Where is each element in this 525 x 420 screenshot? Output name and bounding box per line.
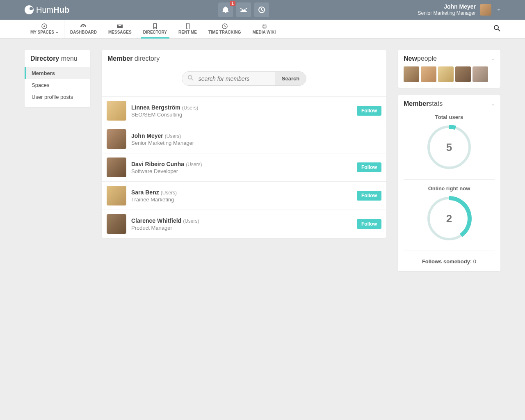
nav-time-tracking[interactable]: TIME TRACKING	[203, 20, 247, 39]
member-name[interactable]: Davi Ribeiro Cunha	[131, 161, 184, 167]
member-list: Linnea Bergström(Users) SEO/SEM Consulti…	[102, 96, 386, 238]
member-info: Clarence Whitfield(Users) Product Manage…	[131, 217, 357, 231]
user-menu[interactable]: John Meyer Senior Marketing Manager	[418, 3, 500, 16]
follow-button[interactable]: Follow	[357, 191, 381, 201]
messages-button[interactable]	[236, 2, 251, 17]
widget-title: New people ⌄	[398, 50, 500, 66]
side-menu: Members Spaces User profile posts	[25, 67, 90, 107]
online-now-chart: 2	[426, 196, 472, 242]
nav-rent-me[interactable]: RENT ME	[173, 20, 203, 39]
svg-line-6	[498, 29, 500, 31]
widget-title-b: people	[417, 55, 437, 62]
nav-label-dashboard: DASHBOARD	[70, 30, 97, 34]
svg-point-3	[187, 28, 188, 29]
sidebar-title-b: menu	[59, 55, 77, 62]
search-icon	[182, 75, 197, 82]
member-avatar[interactable]	[107, 158, 126, 177]
nav-dashboard[interactable]: DASHBOARD	[64, 20, 103, 39]
target-icon	[41, 23, 47, 29]
svg-point-5	[494, 25, 498, 30]
divider	[404, 251, 495, 251]
member-row: John Meyer(Users) Senior Marketing Manag…	[102, 125, 386, 153]
search-input[interactable]	[197, 72, 275, 85]
envelope-icon	[240, 7, 247, 13]
member-name[interactable]: Clarence Whitfield	[131, 217, 181, 224]
member-group: (Users)	[183, 218, 199, 224]
user-text: John Meyer Senior Marketing Manager	[418, 3, 476, 16]
main-title-a: Member	[107, 55, 132, 62]
member-title: Product Manager	[131, 225, 357, 231]
total-users-chart: 5	[426, 124, 472, 170]
caret-down-icon	[56, 32, 58, 33]
svg-line-8	[192, 79, 193, 80]
logo[interactable]: HumHub	[25, 5, 69, 15]
member-group: (Users)	[161, 190, 177, 196]
member-avatar[interactable]	[107, 129, 126, 149]
nav-label-spaces: MY SPACES	[30, 30, 54, 34]
member-group: (Users)	[165, 133, 181, 139]
search-submit-button[interactable]: Search	[275, 72, 306, 85]
nav-my-spaces[interactable]: MY SPACES	[25, 20, 64, 39]
search-button[interactable]	[494, 25, 500, 33]
member-name[interactable]: John Meyer	[131, 132, 163, 139]
caret-down-icon	[497, 9, 500, 11]
chevron-down-icon[interactable]: ⌄	[491, 101, 495, 107]
logo-text-b: Hub	[53, 5, 69, 15]
follow-button[interactable]: Follow	[357, 106, 381, 116]
sidebar: Directory menu Members Spaces User profi…	[25, 50, 90, 107]
navbar: MY SPACES DASHBOARD MESSAGES DIRECTORY R…	[0, 20, 525, 39]
right-column: New people ⌄ Member stats ⌄ Total users	[398, 50, 500, 271]
nav-directory[interactable]: DIRECTORY	[137, 20, 173, 39]
book-icon	[152, 23, 158, 29]
notifications-button[interactable]: 1	[218, 2, 233, 17]
nav-label-messages: MESSAGES	[108, 30, 132, 34]
logo-text-a: Hum	[36, 5, 53, 15]
widget-title: Member stats ⌄	[398, 95, 500, 112]
sidebar-item-spaces[interactable]: Spaces	[25, 79, 90, 91]
mobile-icon	[185, 23, 191, 29]
person-avatar[interactable]	[421, 66, 436, 82]
bell-icon	[222, 7, 229, 13]
main-panel: Member directory Search Linnea Bergström…	[102, 50, 386, 238]
person-avatar[interactable]	[438, 66, 454, 82]
nav-label-time: TIME TRACKING	[208, 30, 241, 34]
member-row: Linnea Bergström(Users) SEO/SEM Consulti…	[102, 97, 386, 125]
follows-value: 0	[472, 258, 476, 265]
stat-value-online: 2	[426, 196, 472, 242]
history-button[interactable]	[254, 2, 269, 17]
member-avatar[interactable]	[107, 186, 126, 205]
widget-title-b: stats	[429, 100, 443, 107]
member-avatar[interactable]	[107, 214, 126, 234]
stat-label-total: Total users	[404, 114, 495, 120]
chevron-down-icon[interactable]: ⌄	[491, 56, 495, 62]
member-title: Senior Marketing Manager	[131, 140, 381, 146]
follow-button[interactable]: Follow	[357, 219, 381, 229]
nav-messages[interactable]: MESSAGES	[103, 20, 137, 39]
member-group: (Users)	[186, 162, 202, 167]
person-avatar[interactable]	[455, 66, 471, 82]
nav-label-rentme: RENT ME	[178, 30, 197, 34]
member-name[interactable]: Sara Benz	[131, 189, 159, 196]
user-role: Senior Marketing Manager	[418, 10, 476, 16]
nav-media-wiki[interactable]: MEDIA WIKI	[247, 20, 281, 39]
sidebar-title: Directory menu	[25, 50, 90, 67]
member-info: John Meyer(Users) Senior Marketing Manag…	[131, 132, 381, 146]
avatar	[480, 4, 491, 16]
search-row: Search	[102, 62, 386, 96]
sidebar-item-user-posts[interactable]: User profile posts	[25, 91, 90, 103]
person-avatar[interactable]	[472, 66, 488, 82]
clock-icon	[222, 23, 228, 29]
search-box: Search	[182, 71, 306, 86]
person-avatar[interactable]	[404, 66, 419, 82]
sidebar-title-a: Directory	[30, 55, 59, 62]
sidebar-item-members[interactable]: Members	[25, 67, 90, 79]
member-avatar[interactable]	[107, 101, 126, 121]
user-name: John Meyer	[418, 3, 476, 10]
follow-button[interactable]: Follow	[357, 162, 381, 172]
total-users-stat: Total users 5	[398, 112, 500, 176]
stat-value-total: 5	[426, 124, 472, 170]
clock-icon	[258, 7, 265, 13]
widget-title-a: New	[404, 55, 417, 62]
member-name[interactable]: Linnea Bergström	[131, 104, 180, 111]
divider	[404, 179, 495, 180]
